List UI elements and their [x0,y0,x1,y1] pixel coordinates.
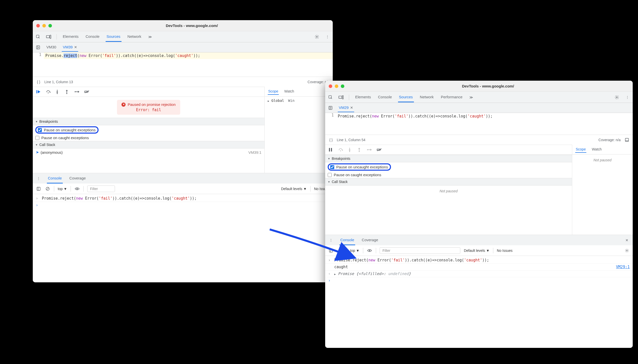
tab-elements[interactable]: Elements [62,32,80,42]
checkbox-pause-uncaught[interactable] [330,165,334,169]
coverage-toggle-icon[interactable] [624,137,630,143]
minimize-icon[interactable] [42,24,46,27]
sidebar-toggle-icon[interactable] [36,186,41,192]
close-icon[interactable]: ✕ [74,45,77,49]
log-levels-selector[interactable]: Default levels ▼ [464,249,490,253]
log-levels-selector[interactable]: Default levels ▼ [281,187,307,191]
svg-marker-8 [38,90,40,94]
svg-marker-32 [331,107,331,108]
svg-line-52 [339,250,341,252]
close-icon[interactable] [329,84,332,88]
maximize-icon[interactable] [341,84,344,88]
sidebar-toggle-icon[interactable] [328,248,334,253]
tab-sources[interactable]: Sources [106,32,121,42]
format-icon[interactable]: { } [36,79,41,85]
stack-frame[interactable]: ➤ (anonymous) VM39:1 [33,148,264,156]
step-into-icon[interactable] [55,89,60,94]
clear-console-icon[interactable] [337,248,343,253]
drawer-tab-console[interactable]: Console [47,173,63,184]
tab-performance[interactable]: Performance [440,92,464,102]
scope-watch-tabs: Scope Watch [265,87,333,97]
chevron-down-icon: ▼ [328,180,330,183]
drawer-tab-coverage[interactable]: Coverage [68,173,87,184]
gear-icon[interactable] [624,248,630,253]
step-over-icon[interactable] [46,90,51,94]
gear-icon[interactable] [314,34,320,40]
issues-button[interactable]: No Issues [497,249,512,253]
file-tab-vm39[interactable]: VM39 ✕ [62,43,78,52]
svg-point-29 [616,97,618,98]
minimize-icon[interactable] [335,84,338,88]
live-expression-icon[interactable] [74,186,80,192]
close-icon[interactable] [36,24,40,27]
kebab-icon[interactable]: ⋮ [36,176,41,181]
code-line-1[interactable]: Promise.reject(new Error('fail')).catch(… [336,113,633,119]
more-tabs-icon[interactable]: ≫ [147,34,153,40]
console-input-row[interactable]: › Promise.reject(new Error('fail')).catc… [33,195,333,202]
context-selector[interactable]: top ▼ [350,249,359,253]
device-toggle-icon[interactable] [46,34,51,40]
deactivate-breakpoints-icon[interactable] [84,90,89,94]
resume-icon[interactable] [36,90,41,94]
tab-scope[interactable]: Scope [268,88,279,95]
gear-icon[interactable] [614,95,620,100]
checkbox-pause-uncaught[interactable] [38,128,42,132]
kebab-icon[interactable]: ⋮ [328,237,334,243]
filter-input[interactable]: Filter [87,186,115,192]
titlebar: DevTools - www.google.com/ [33,20,333,31]
tab-elements[interactable]: Elements [354,92,372,102]
step-icon[interactable] [75,90,80,94]
close-icon[interactable]: ✕ [350,106,353,110]
tab-watch[interactable]: Watch [284,88,295,95]
console-input-row[interactable]: › Promise.reject(new Error('fail')).catc… [325,257,633,264]
scope-global-row[interactable]: ▶ Global Win [268,99,330,103]
svg-point-37 [340,150,341,151]
navigator-toggle-icon[interactable] [328,105,333,111]
clear-console-icon[interactable] [45,186,50,192]
tab-console[interactable]: Console [377,92,393,102]
navigator-toggle-icon[interactable] [35,45,41,50]
code-editor[interactable]: 1 Promise.reject(new Error('fail')).catc… [325,113,633,135]
section-breakpoints[interactable]: ▼ Breakpoints [33,118,264,125]
code-editor[interactable]: 1 Promise.reject(new Error('fail')).catc… [33,52,333,77]
live-expression-icon[interactable] [367,248,372,253]
inspect-icon[interactable] [328,95,333,100]
console-return-row[interactable]: ‹ ▶ Promise {<fulfilled>: undefined} [325,270,633,277]
pause-banner-row: ✕Paused on promise rejection Error: fail [33,97,264,118]
console-source-link[interactable]: VM29:1 [616,265,630,269]
device-toggle-icon[interactable] [338,95,344,100]
kebab-icon[interactable]: ⋮ [625,95,630,100]
svg-marker-6 [38,47,39,48]
section-callstack[interactable]: ▼ Call Stack [33,141,264,148]
tab-scope[interactable]: Scope [575,146,586,153]
deactivate-breakpoints-icon[interactable] [377,148,382,151]
drawer-tab-coverage[interactable]: Coverage [361,235,379,245]
console-log-row[interactable]: caught VM29:1 [325,264,633,270]
inspect-icon[interactable] [35,34,41,40]
console-prompt-row[interactable]: › [33,202,333,208]
checkbox-pause-caught[interactable] [328,173,332,177]
close-icon[interactable]: ✕ [624,237,630,243]
kebab-icon[interactable]: ⋮ [325,34,330,40]
tab-network[interactable]: Network [127,32,142,42]
tab-console[interactable]: Console [85,32,101,42]
context-selector[interactable]: top ▼ [58,187,67,191]
format-icon[interactable]: { } [328,137,334,143]
pause-icon[interactable] [329,148,334,152]
file-tab-vm29[interactable]: VM29 ✕ [338,103,354,112]
section-callstack[interactable]: ▼ Call Stack [325,178,572,186]
tab-sources[interactable]: Sources [398,92,414,102]
svg-point-16 [66,93,67,94]
filter-input[interactable]: Filter [380,247,460,254]
tab-watch[interactable]: Watch [591,146,602,153]
drawer-tab-console[interactable]: Console [339,235,355,245]
step-out-icon[interactable] [65,89,70,94]
code-line-1[interactable]: Promise.reject(new Error('fail')).catch(… [44,52,333,59]
section-breakpoints[interactable]: ▼ Breakpoints [325,155,572,162]
more-tabs-icon[interactable]: ≫ [469,95,474,100]
checkbox-pause-caught[interactable] [35,136,39,140]
maximize-icon[interactable] [48,24,52,27]
file-tab-vm30[interactable]: VM30 [45,43,57,52]
console-prompt-row[interactable]: › [325,277,633,284]
tab-network[interactable]: Network [419,92,435,102]
